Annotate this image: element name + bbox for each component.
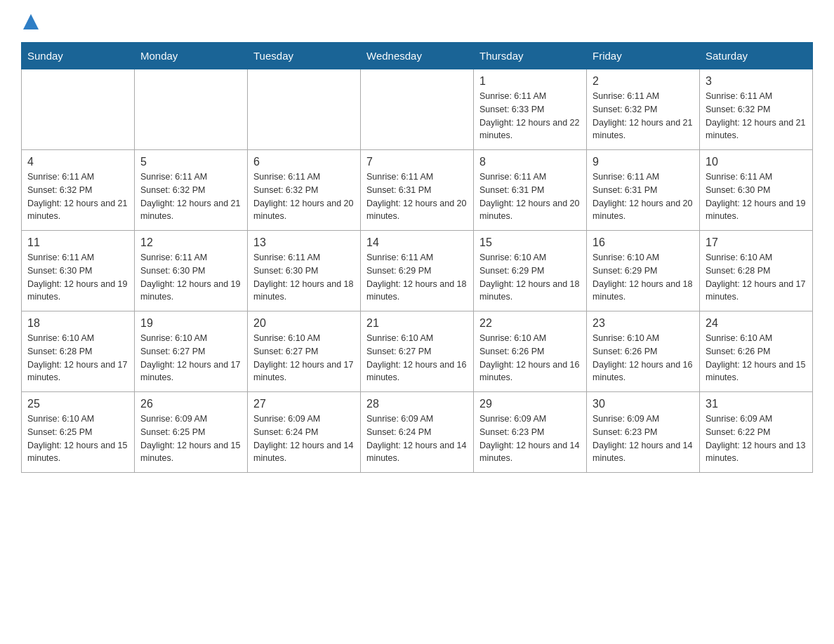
day-number: 7 (366, 156, 468, 168)
day-info: Sunrise: 6:10 AMSunset: 6:28 PMDaylight:… (27, 332, 128, 384)
calendar-cell: 2Sunrise: 6:11 AMSunset: 6:32 PMDaylight… (587, 69, 700, 150)
day-info: Sunrise: 6:11 AMSunset: 6:31 PMDaylight:… (593, 170, 694, 223)
calendar-cell: 28Sunrise: 6:09 AMSunset: 6:24 PMDayligh… (361, 392, 474, 473)
calendar-cell: 12Sunrise: 6:11 AMSunset: 6:30 PMDayligh… (135, 231, 248, 311)
day-number: 26 (140, 398, 241, 410)
day-number: 25 (27, 398, 128, 410)
day-info: Sunrise: 6:10 AMSunset: 6:29 PMDaylight:… (479, 251, 581, 304)
day-number: 20 (253, 317, 355, 330)
day-info: Sunrise: 6:09 AMSunset: 6:25 PMDaylight:… (140, 412, 241, 465)
day-info: Sunrise: 6:11 AMSunset: 6:30 PMDaylight:… (27, 251, 128, 304)
day-info: Sunrise: 6:10 AMSunset: 6:28 PMDaylight:… (706, 251, 807, 304)
day-number: 31 (706, 398, 807, 410)
calendar-cell: 31Sunrise: 6:09 AMSunset: 6:22 PMDayligh… (700, 392, 813, 473)
calendar-week-5: 25Sunrise: 6:10 AMSunset: 6:25 PMDayligh… (22, 392, 813, 473)
calendar-cell: 24Sunrise: 6:10 AMSunset: 6:26 PMDayligh… (700, 311, 813, 392)
day-number: 3 (706, 75, 807, 88)
calendar-cell: 19Sunrise: 6:10 AMSunset: 6:27 PMDayligh… (135, 311, 248, 392)
calendar-cell: 5Sunrise: 6:11 AMSunset: 6:32 PMDaylight… (135, 150, 248, 231)
calendar-cell (135, 69, 248, 150)
day-number: 13 (253, 236, 355, 249)
calendar-cell: 22Sunrise: 6:10 AMSunset: 6:26 PMDayligh… (474, 311, 587, 392)
day-number: 27 (253, 398, 355, 410)
calendar-cell: 26Sunrise: 6:09 AMSunset: 6:25 PMDayligh… (135, 392, 248, 473)
day-info: Sunrise: 6:11 AMSunset: 6:31 PMDaylight:… (479, 170, 581, 223)
day-number: 22 (479, 317, 581, 330)
calendar-cell (248, 69, 361, 150)
calendar-cell: 9Sunrise: 6:11 AMSunset: 6:31 PMDaylight… (587, 150, 700, 231)
day-info: Sunrise: 6:11 AMSunset: 6:32 PMDaylight:… (593, 90, 694, 142)
day-info: Sunrise: 6:09 AMSunset: 6:24 PMDaylight:… (366, 412, 468, 465)
day-number: 24 (706, 317, 807, 330)
weekday-header-monday: Monday (135, 43, 248, 69)
day-info: Sunrise: 6:11 AMSunset: 6:32 PMDaylight:… (140, 170, 241, 223)
day-info: Sunrise: 6:11 AMSunset: 6:32 PMDaylight:… (253, 170, 355, 223)
calendar-cell: 11Sunrise: 6:11 AMSunset: 6:30 PMDayligh… (22, 231, 135, 311)
weekday-header-thursday: Thursday (474, 43, 587, 69)
calendar-cell: 14Sunrise: 6:11 AMSunset: 6:29 PMDayligh… (361, 231, 474, 311)
weekday-header-row: SundayMondayTuesdayWednesdayThursdayFrid… (22, 43, 813, 69)
day-info: Sunrise: 6:10 AMSunset: 6:29 PMDaylight:… (593, 251, 694, 304)
day-info: Sunrise: 6:11 AMSunset: 6:30 PMDaylight:… (253, 251, 355, 304)
day-number: 17 (706, 236, 807, 249)
calendar-cell: 10Sunrise: 6:11 AMSunset: 6:30 PMDayligh… (700, 150, 813, 231)
day-number: 1 (479, 75, 581, 88)
calendar-cell: 13Sunrise: 6:11 AMSunset: 6:30 PMDayligh… (248, 231, 361, 311)
calendar-cell: 4Sunrise: 6:11 AMSunset: 6:32 PMDaylight… (22, 150, 135, 231)
calendar-cell: 29Sunrise: 6:09 AMSunset: 6:23 PMDayligh… (474, 392, 587, 473)
page-header (21, 14, 813, 28)
day-info: Sunrise: 6:09 AMSunset: 6:22 PMDaylight:… (706, 412, 807, 465)
day-number: 19 (140, 317, 241, 330)
day-number: 23 (593, 317, 694, 330)
calendar-cell: 1Sunrise: 6:11 AMSunset: 6:33 PMDaylight… (474, 69, 587, 150)
day-number: 9 (593, 156, 694, 168)
svg-marker-0 (23, 14, 39, 29)
calendar-week-4: 18Sunrise: 6:10 AMSunset: 6:28 PMDayligh… (22, 311, 813, 392)
calendar-week-2: 4Sunrise: 6:11 AMSunset: 6:32 PMDaylight… (22, 150, 813, 231)
day-number: 2 (593, 75, 694, 88)
day-info: Sunrise: 6:10 AMSunset: 6:26 PMDaylight:… (593, 332, 694, 384)
day-info: Sunrise: 6:10 AMSunset: 6:27 PMDaylight:… (253, 332, 355, 384)
calendar-cell: 8Sunrise: 6:11 AMSunset: 6:31 PMDaylight… (474, 150, 587, 231)
day-info: Sunrise: 6:09 AMSunset: 6:23 PMDaylight:… (479, 412, 581, 465)
day-info: Sunrise: 6:10 AMSunset: 6:27 PMDaylight:… (140, 332, 241, 384)
day-info: Sunrise: 6:09 AMSunset: 6:24 PMDaylight:… (253, 412, 355, 465)
weekday-header-tuesday: Tuesday (248, 43, 361, 69)
weekday-header-friday: Friday (587, 43, 700, 69)
day-info: Sunrise: 6:11 AMSunset: 6:32 PMDaylight:… (706, 90, 807, 142)
calendar-cell: 3Sunrise: 6:11 AMSunset: 6:32 PMDaylight… (700, 69, 813, 150)
logo (21, 14, 39, 28)
calendar-cell: 27Sunrise: 6:09 AMSunset: 6:24 PMDayligh… (248, 392, 361, 473)
day-number: 11 (27, 236, 128, 249)
day-number: 15 (479, 236, 581, 249)
day-info: Sunrise: 6:11 AMSunset: 6:30 PMDaylight:… (706, 170, 807, 223)
day-info: Sunrise: 6:09 AMSunset: 6:23 PMDaylight:… (593, 412, 694, 465)
day-info: Sunrise: 6:10 AMSunset: 6:26 PMDaylight:… (706, 332, 807, 384)
calendar-cell (22, 69, 135, 150)
day-number: 10 (706, 156, 807, 168)
calendar-table: SundayMondayTuesdayWednesdayThursdayFrid… (21, 42, 813, 473)
day-number: 16 (593, 236, 694, 249)
weekday-header-wednesday: Wednesday (361, 43, 474, 69)
calendar-cell: 7Sunrise: 6:11 AMSunset: 6:31 PMDaylight… (361, 150, 474, 231)
calendar-week-1: 1Sunrise: 6:11 AMSunset: 6:33 PMDaylight… (22, 69, 813, 150)
calendar-cell: 17Sunrise: 6:10 AMSunset: 6:28 PMDayligh… (700, 231, 813, 311)
weekday-header-sunday: Sunday (22, 43, 135, 69)
calendar-cell: 21Sunrise: 6:10 AMSunset: 6:27 PMDayligh… (361, 311, 474, 392)
calendar-week-3: 11Sunrise: 6:11 AMSunset: 6:30 PMDayligh… (22, 231, 813, 311)
day-number: 12 (140, 236, 241, 249)
calendar-cell: 23Sunrise: 6:10 AMSunset: 6:26 PMDayligh… (587, 311, 700, 392)
day-number: 28 (366, 398, 468, 410)
day-number: 21 (366, 317, 468, 330)
day-info: Sunrise: 6:10 AMSunset: 6:25 PMDaylight:… (27, 412, 128, 465)
day-number: 29 (479, 398, 581, 410)
day-number: 4 (27, 156, 128, 168)
calendar-cell: 18Sunrise: 6:10 AMSunset: 6:28 PMDayligh… (22, 311, 135, 392)
day-info: Sunrise: 6:11 AMSunset: 6:30 PMDaylight:… (140, 251, 241, 304)
calendar-cell: 25Sunrise: 6:10 AMSunset: 6:25 PMDayligh… (22, 392, 135, 473)
day-number: 30 (593, 398, 694, 410)
day-number: 5 (140, 156, 241, 168)
day-info: Sunrise: 6:10 AMSunset: 6:26 PMDaylight:… (479, 332, 581, 384)
day-number: 8 (479, 156, 581, 168)
calendar-cell (361, 69, 474, 150)
